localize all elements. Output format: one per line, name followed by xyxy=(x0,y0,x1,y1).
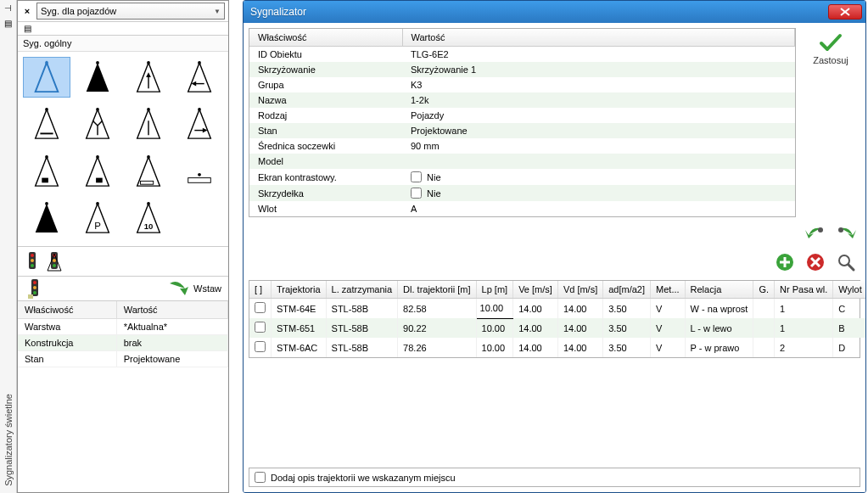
prop-checkbox[interactable] xyxy=(411,188,422,199)
symbol-empty[interactable] xyxy=(176,198,223,238)
symbol-cone-bar[interactable] xyxy=(23,104,70,144)
prop-row[interactable]: Model xyxy=(249,154,795,169)
table-cell[interactable]: 1 xyxy=(775,299,833,319)
symbol-cone-fill[interactable] xyxy=(74,57,121,98)
delete-button[interactable] xyxy=(803,251,828,273)
traj-header[interactable]: Trajektoria xyxy=(272,281,327,299)
prop-row[interactable]: Średnica soczewki90 mm xyxy=(249,138,795,154)
table-cell[interactable]: 14.00 xyxy=(513,299,558,319)
table-cell[interactable]: 14.00 xyxy=(557,299,602,319)
table-cell[interactable]: STM-6AC xyxy=(272,338,327,357)
table-cell[interactable]: 10.00 xyxy=(476,299,513,319)
table-cell[interactable]: 2 xyxy=(775,338,833,357)
symbol-cone-arrow-up2[interactable] xyxy=(125,104,172,144)
traj-header[interactable]: Lp [m] xyxy=(476,281,513,299)
traffic-light-icon-3[interactable] xyxy=(25,277,44,300)
signal-type-combo[interactable]: Syg. dla pojazdów ▼ xyxy=(36,3,225,20)
table-cell[interactable]: 10.00 xyxy=(476,318,513,338)
table-cell[interactable]: 3.50 xyxy=(603,299,651,319)
symbol-cone-f3[interactable] xyxy=(125,151,172,192)
col-property-main[interactable]: Właściwość xyxy=(249,29,402,47)
table-cell[interactable]: 14.00 xyxy=(513,338,558,357)
symbol-cone-arrow-up[interactable] xyxy=(125,57,172,98)
add-description-checkbox[interactable] xyxy=(255,472,266,483)
traj-header[interactable]: Wylot xyxy=(833,281,866,299)
traj-header[interactable]: Dl. trajektorii [m] xyxy=(398,281,476,299)
prop-val-cell[interactable]: TLG-6E2 xyxy=(402,47,795,63)
table-cell[interactable]: V xyxy=(651,318,686,338)
prop-row[interactable]: ID ObiektuTLG-6E2 xyxy=(249,47,795,63)
table-cell[interactable]: W - na wprost xyxy=(685,299,753,319)
table-cell[interactable]: V xyxy=(651,338,686,357)
table-cell[interactable]: P - w prawo xyxy=(685,338,753,357)
prop-row[interactable]: StanProjektowane xyxy=(249,123,795,138)
table-cell[interactable]: STL-58B xyxy=(326,338,398,357)
prop-val-cell[interactable]: A xyxy=(402,201,795,216)
left-prop-row[interactable]: Konstrukcjabrak xyxy=(18,335,228,351)
prop-row[interactable]: SkrzyżowanieSkrzyżowanie 1 xyxy=(249,62,795,77)
prop-val-cell[interactable]: 1-2k xyxy=(402,92,795,108)
table-cell[interactable]: 1 xyxy=(775,318,833,338)
table-cell[interactable]: 78.26 xyxy=(398,338,476,357)
prop-val-cell[interactable]: Skrzyżowanie 1 xyxy=(402,62,795,77)
prop-checkbox[interactable] xyxy=(411,171,422,182)
table-cell[interactable]: B xyxy=(833,318,866,338)
table-cell[interactable] xyxy=(249,338,272,357)
traj-header[interactable]: L. zatrzymania xyxy=(326,281,398,299)
traj-header[interactable]: ad[m/a2] xyxy=(603,281,651,299)
dock-icon[interactable]: ▤ xyxy=(3,19,14,29)
traj-header[interactable]: Ve [m/s] xyxy=(513,281,558,299)
table-cell[interactable]: 10.00 xyxy=(476,338,513,357)
table-cell[interactable]: STL-58B xyxy=(326,318,398,338)
table-cell[interactable]: 14.00 xyxy=(557,318,602,338)
traj-header[interactable]: Nr Pasa wl. xyxy=(775,281,833,299)
symbol-cone-10[interactable]: 10 xyxy=(125,198,172,238)
add-button[interactable] xyxy=(772,251,798,273)
prop-val-cell[interactable]: Nie xyxy=(402,169,795,185)
table-cell[interactable]: 90.22 xyxy=(398,318,476,338)
close-panel-button[interactable]: × xyxy=(21,6,33,16)
table-cell[interactable] xyxy=(249,318,272,338)
table-cell[interactable]: L - w lewo xyxy=(685,318,753,338)
table-cell[interactable]: C xyxy=(833,299,866,319)
prop-val-cell[interactable]: K3 xyxy=(402,77,795,92)
symbol-cone-f1[interactable] xyxy=(23,151,70,192)
vertical-tab-label[interactable]: Sygnalizatory świetlne xyxy=(3,394,14,486)
table-cell[interactable]: V xyxy=(651,299,686,319)
prop-val-cell[interactable] xyxy=(402,154,795,169)
menu-icon[interactable]: ▤ xyxy=(21,24,33,33)
table-cell[interactable]: 82.58 xyxy=(398,299,476,319)
symbol-cone-p[interactable]: P xyxy=(74,198,121,238)
prop-val[interactable]: *Aktualna* xyxy=(116,319,227,335)
table-cell[interactable]: 14.00 xyxy=(557,338,602,357)
symbol-cone-arrow-left[interactable] xyxy=(176,57,223,98)
traj-header[interactable]: Relacja xyxy=(685,281,753,299)
prop-val[interactable]: Projektowane xyxy=(116,351,227,367)
prop-val-cell[interactable]: 90 mm xyxy=(402,138,795,154)
table-cell[interactable] xyxy=(753,338,775,357)
symbol-cone-blue[interactable] xyxy=(23,57,70,98)
apply-check-icon[interactable] xyxy=(819,33,843,52)
row-checkbox[interactable] xyxy=(255,322,266,333)
insert-label[interactable]: Wstaw xyxy=(193,283,221,294)
table-cell[interactable]: 3.50 xyxy=(603,318,651,338)
row-checkbox[interactable] xyxy=(255,341,266,352)
table-cell[interactable]: 3.50 xyxy=(603,338,651,357)
traj-header[interactable]: [ ] xyxy=(249,281,272,299)
prop-row[interactable]: SkrzydełkaNie xyxy=(249,185,795,201)
prop-val-cell[interactable]: Projektowane xyxy=(402,123,795,138)
table-row[interactable]: STM-651STL-58B90.2210.0014.0014.003.50VL… xyxy=(249,318,866,338)
traffic-light-icon-2[interactable] xyxy=(45,250,64,272)
table-cell[interactable]: D xyxy=(833,338,866,357)
traffic-light-icon-1[interactable] xyxy=(23,250,42,272)
table-row[interactable]: STM-6ACSTL-58B78.2610.0014.0014.003.50VP… xyxy=(249,338,866,357)
traj-header[interactable]: Met... xyxy=(651,281,686,299)
col-value[interactable]: Wartość xyxy=(116,301,227,319)
table-cell[interactable] xyxy=(753,299,775,319)
table-cell[interactable]: STM-651 xyxy=(272,318,327,338)
symbol-cone-arrow-r[interactable] xyxy=(176,104,223,144)
prop-row[interactable]: WlotA xyxy=(249,201,795,216)
prop-val[interactable]: brak xyxy=(116,335,227,351)
table-cell[interactable]: STM-64E xyxy=(272,299,327,319)
nav-prev-button[interactable] xyxy=(803,222,828,244)
